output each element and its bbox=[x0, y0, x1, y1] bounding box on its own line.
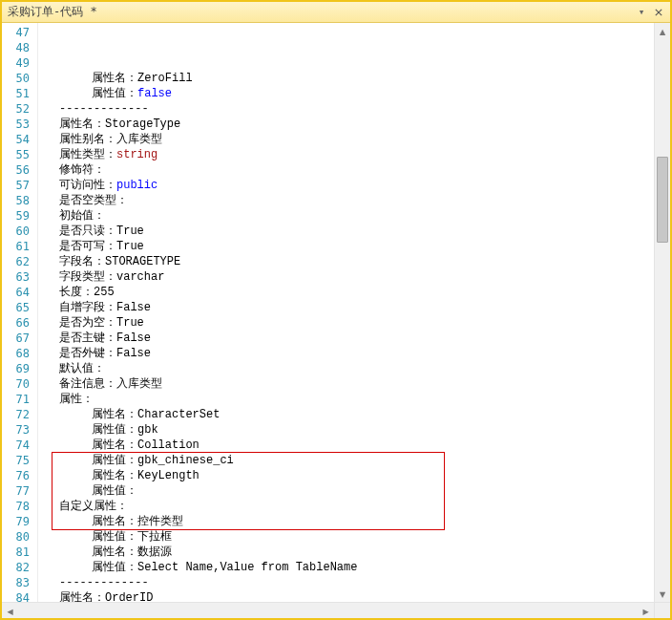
code-content[interactable]: 属性名：ZeroFill属性值：false-------------属性名：St… bbox=[38, 23, 654, 602]
code-line: ------------- bbox=[42, 575, 654, 590]
code-line: 属性值：false bbox=[42, 86, 654, 101]
code-token-text: 属性值：gbk bbox=[92, 423, 158, 437]
line-number: 58 bbox=[2, 193, 37, 208]
code-token-text: 默认值： bbox=[59, 362, 105, 375]
code-token-keyword: public bbox=[116, 179, 158, 192]
line-number: 65 bbox=[2, 300, 37, 315]
line-number: 54 bbox=[2, 132, 37, 147]
code-line: 属性名：Collation bbox=[42, 438, 654, 453]
code-token-text: 属性值：gbk_chinese_ci bbox=[92, 454, 234, 467]
code-line: 是否主键：False bbox=[42, 331, 654, 346]
code-token-text: 属性名：Collation bbox=[92, 438, 200, 452]
code-token-text: 是否可写：True bbox=[59, 240, 144, 253]
scroll-left-arrow[interactable]: ◂ bbox=[2, 603, 18, 618]
code-token-text: ------------- bbox=[59, 576, 149, 589]
line-number: 80 bbox=[2, 529, 37, 545]
line-number: 81 bbox=[2, 545, 37, 560]
code-line: 默认值： bbox=[42, 361, 654, 376]
code-token-text: 属性： bbox=[59, 393, 94, 406]
line-number: 68 bbox=[2, 346, 37, 361]
code-token-text: 属性名：ZeroFill bbox=[92, 72, 193, 85]
line-number: 79 bbox=[2, 514, 37, 529]
code-token-keyword: string bbox=[116, 148, 158, 161]
line-number: 64 bbox=[2, 285, 37, 300]
close-icon bbox=[655, 9, 662, 16]
code-token-text: 属性值： bbox=[92, 87, 137, 100]
code-token-text: 是否为空：True bbox=[59, 316, 144, 330]
horizontal-scrollbar[interactable]: ◂ ▸ bbox=[2, 602, 670, 618]
code-token-text: 属性名：StorageType bbox=[59, 118, 180, 131]
line-number: 47 bbox=[2, 25, 37, 40]
line-number: 55 bbox=[2, 147, 37, 162]
code-token-text: 备注信息：入库类型 bbox=[59, 377, 162, 391]
line-number: 51 bbox=[2, 86, 37, 101]
code-line: 是否为空：True bbox=[42, 315, 654, 331]
code-line: 属性名：数据源 bbox=[42, 545, 654, 560]
line-number: 62 bbox=[2, 254, 37, 269]
scroll-right-arrow[interactable]: ▸ bbox=[638, 603, 654, 618]
code-line: 自定义属性： bbox=[42, 499, 654, 514]
line-number: 82 bbox=[2, 560, 37, 575]
line-number: 70 bbox=[2, 376, 37, 392]
code-token-text: 是否主键：False bbox=[59, 331, 151, 345]
line-number: 77 bbox=[2, 483, 37, 499]
code-token-text: 是否空类型： bbox=[59, 194, 128, 207]
vertical-scrollbar[interactable]: ▴ ▾ bbox=[654, 23, 670, 602]
line-number: 72 bbox=[2, 407, 37, 422]
line-number: 57 bbox=[2, 178, 37, 193]
code-line: 初始值： bbox=[42, 208, 654, 224]
code-line: 属性名：StorageType bbox=[42, 117, 654, 132]
line-number: 56 bbox=[2, 162, 37, 178]
code-line: 属性值：gbk_chinese_ci bbox=[42, 453, 654, 468]
line-number: 48 bbox=[2, 40, 37, 55]
code-line: 属性别名：入库类型 bbox=[42, 132, 654, 147]
code-token-text: 属性名：OrderID bbox=[59, 591, 153, 602]
code-line: 是否外键：False bbox=[42, 346, 654, 361]
line-number: 63 bbox=[2, 269, 37, 285]
line-number: 83 bbox=[2, 575, 37, 590]
code-token-text: ------------- bbox=[59, 102, 149, 116]
close-button[interactable] bbox=[651, 6, 666, 19]
line-number-gutter: 4748495051525354555657585960616263646566… bbox=[2, 23, 38, 602]
code-line: 字段名：STORAGETYPE bbox=[42, 254, 654, 269]
scroll-up-arrow[interactable]: ▴ bbox=[655, 23, 670, 39]
line-number: 52 bbox=[2, 101, 37, 117]
code-line: 是否可写：True bbox=[42, 239, 654, 254]
scroll-thumb-vertical[interactable] bbox=[657, 157, 668, 243]
code-line: 属性类型：string bbox=[42, 147, 654, 162]
editor-area: 4748495051525354555657585960616263646566… bbox=[2, 23, 670, 602]
line-number: 84 bbox=[2, 590, 37, 602]
code-line: 属性名：KeyLength bbox=[42, 468, 654, 483]
line-number: 60 bbox=[2, 224, 37, 239]
code-line: 属性： bbox=[42, 392, 654, 407]
line-number: 59 bbox=[2, 208, 37, 224]
line-number: 67 bbox=[2, 331, 37, 346]
code-line: 是否只读：True bbox=[42, 224, 654, 239]
line-number: 75 bbox=[2, 453, 37, 468]
code-line: 属性值：Select Name,Value from TableName bbox=[42, 560, 654, 575]
code-line: 属性名：CharacterSet bbox=[42, 407, 654, 422]
scrollbar-corner bbox=[654, 603, 670, 618]
line-number: 69 bbox=[2, 361, 37, 376]
dropdown-button[interactable]: ▾ bbox=[634, 6, 649, 19]
code-token-text: 字段名：STORAGETYPE bbox=[59, 255, 180, 268]
editor-window: 采购订单-代码 * ▾ 4748495051525354555657585960… bbox=[0, 0, 672, 620]
line-number: 71 bbox=[2, 392, 37, 407]
code-token-text: 属性名：CharacterSet bbox=[92, 408, 220, 421]
code-line: 字段类型：varchar bbox=[42, 269, 654, 285]
code-line: 长度：255 bbox=[42, 285, 654, 300]
line-number: 61 bbox=[2, 239, 37, 254]
code-token-text: 自定义属性： bbox=[59, 500, 128, 513]
code-token-text: 是否外键：False bbox=[59, 347, 151, 360]
code-line: 自增字段：False bbox=[42, 300, 654, 315]
scroll-down-arrow[interactable]: ▾ bbox=[655, 586, 670, 602]
code-token-text: 自增字段：False bbox=[59, 301, 151, 314]
code-token-text: 属性值：下拉框 bbox=[92, 530, 172, 544]
code-line: 属性值： bbox=[42, 483, 654, 499]
line-number: 78 bbox=[2, 499, 37, 514]
code-token-text: 长度：255 bbox=[59, 286, 115, 299]
window-title: 采购订单-代码 * bbox=[8, 4, 632, 20]
code-token-text: 属性类型： bbox=[59, 148, 116, 161]
code-token-text: 初始值： bbox=[59, 209, 105, 223]
code-line: 属性名：ZeroFill bbox=[42, 71, 654, 86]
